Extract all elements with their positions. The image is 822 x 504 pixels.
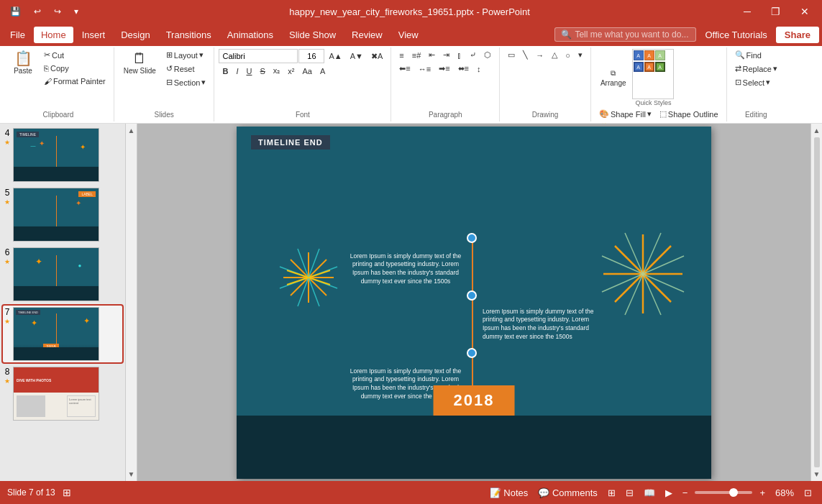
copy-button[interactable]: ⎘ Copy [40, 63, 109, 74]
menu-file[interactable]: File [3, 27, 32, 43]
notes-button[interactable]: 📝 Notes [487, 486, 531, 500]
slide-view-icon[interactable]: ⊞ [63, 487, 71, 498]
shape-outline-button[interactable]: ⬚ Shape Outline [656, 108, 722, 120]
reading-view-button[interactable]: 📖 [641, 486, 658, 500]
font-size-input[interactable] [298, 49, 324, 63]
justify-button[interactable]: ⬌≡ [455, 63, 472, 75]
line-spacing-button[interactable]: ↕ [473, 63, 485, 75]
zoom-slider[interactable] [695, 491, 752, 494]
bold-button[interactable]: B [219, 65, 232, 77]
quick-styles-label[interactable]: Quick Styles [632, 99, 675, 106]
reset-button[interactable]: ↺ Reset [163, 63, 210, 75]
qs-item[interactable]: A [634, 62, 644, 72]
underline-button[interactable]: U [243, 65, 256, 77]
search-bar[interactable]: 🔍 [554, 27, 696, 42]
close-button[interactable]: ✕ [793, 4, 816, 19]
font-name-input[interactable] [219, 49, 298, 63]
scroll-down[interactable]: ▼ [811, 469, 822, 480]
qs-item[interactable]: A [655, 50, 665, 60]
find-button[interactable]: 🔍 Find [731, 49, 765, 61]
minimize-button[interactable]: ─ [736, 4, 758, 19]
decrease-indent-button[interactable]: ⇤ [425, 49, 439, 61]
right-scrollbar[interactable]: ▲ ▼ [810, 124, 822, 481]
layout-button[interactable]: ⊞ Layout ▾ [163, 49, 210, 61]
slide-thumb-4[interactable]: 4 ★ TIMELINE ✦ — ✦ [3, 127, 122, 183]
qs-item[interactable]: A [644, 62, 654, 72]
format-painter-button[interactable]: 🖌 Format Painter [40, 75, 109, 87]
normal-view-button[interactable]: ⊞ [605, 486, 618, 500]
slide-panel[interactable]: 4 ★ TIMELINE ✦ — ✦ 5 ★ [0, 124, 126, 481]
right-controls: 📝 Notes 💬 Comments ⊞ ⊟ 📖 ▶ − + 68% ⊡ [487, 486, 815, 500]
decrease-font-button[interactable]: A▼ [347, 50, 367, 62]
scroll-down-left[interactable]: ▼ [126, 469, 137, 480]
fit-window-button[interactable]: ⊡ [801, 486, 815, 500]
office-tutorials-button[interactable]: Office Tutorials [698, 27, 774, 43]
menu-insert[interactable]: Insert [75, 27, 113, 43]
qs-item[interactable]: A [655, 62, 665, 72]
bullets-button[interactable]: ≡ [396, 50, 407, 61]
slide-canvas[interactable]: TIMELINE END Lorem Ipsum is simply dummy… [237, 127, 711, 479]
customize-icon[interactable]: ▾ [70, 5, 83, 18]
slide-sorter-button[interactable]: ⊟ [623, 486, 636, 500]
section-button[interactable]: ⊟ Section ▾ [163, 76, 210, 88]
select-button[interactable]: ⊡ Select ▾ [731, 76, 775, 88]
new-slide-button[interactable]: 🗒 New Slide [119, 49, 161, 77]
columns-button[interactable]: ⫿ [454, 50, 465, 61]
menu-home[interactable]: Home [34, 27, 73, 43]
restore-button[interactable]: ❐ [764, 4, 787, 19]
superscript-button[interactable]: x² [284, 65, 298, 77]
zoom-out-button[interactable]: − [680, 486, 691, 500]
slide-thumb-8[interactable]: 8 ★ DIVE WITH PHOTOS Lorem ipsum text co… [3, 365, 122, 422]
text-direction-button[interactable]: ⤶ [466, 49, 480, 61]
search-input[interactable] [575, 29, 690, 40]
menu-review[interactable]: Review [344, 27, 390, 43]
shape-more[interactable]: ▾ [575, 49, 586, 61]
increase-indent-button[interactable]: ⇥ [439, 49, 453, 61]
shape-rect[interactable]: ▭ [504, 49, 519, 61]
slide-thumb-5[interactable]: 5 ★ LABEL ✦ [3, 186, 122, 243]
qs-item[interactable]: A [644, 50, 654, 60]
slide-thumb-6[interactable]: 6 ★ ✦ ● [3, 246, 122, 303]
italic-button[interactable]: I [232, 65, 242, 77]
shape-arrow[interactable]: → [532, 50, 547, 61]
convert-smartart-button[interactable]: ⬡ [480, 49, 495, 61]
shape-fill-button[interactable]: 🎨 Shape Fill ▾ [595, 108, 655, 120]
cut-button[interactable]: ✂ Cut [40, 49, 109, 61]
zoom-level[interactable]: 68% [772, 486, 797, 500]
menu-transitions[interactable]: Transitions [159, 27, 219, 43]
redo-icon[interactable]: ↪ [50, 5, 65, 18]
change-case-button[interactable]: Aa [298, 65, 315, 77]
align-left-button[interactable]: ⬅≡ [396, 63, 414, 75]
comments-button[interactable]: 💬 Comments [535, 486, 600, 500]
shapes-row1: ▭ ╲ → △ ○ ▾ [504, 49, 586, 61]
increase-font-button[interactable]: A▲ [325, 50, 345, 62]
slide-thumb-7[interactable]: 7 ★ TIMELINE END 2018 ✦ ✦ [3, 306, 122, 362]
menu-view[interactable]: View [391, 27, 426, 43]
menu-animations[interactable]: Animations [220, 27, 280, 43]
arrange-button[interactable]: ⧉ Arrange [595, 67, 631, 89]
clear-format-button[interactable]: ✖A [367, 50, 386, 63]
qs-item[interactable]: A [634, 50, 644, 60]
strikethrough-button[interactable]: S [256, 65, 268, 77]
align-right-button[interactable]: ➡≡ [435, 63, 453, 75]
scroll-up-left[interactable]: ▲ [126, 125, 137, 136]
save-icon[interactable]: 💾 [6, 5, 25, 18]
font-color-button[interactable]: A [316, 65, 330, 77]
menu-slideshow[interactable]: Slide Show [282, 27, 343, 43]
shape-circle[interactable]: ○ [562, 50, 574, 61]
shape-line[interactable]: ╲ [519, 49, 531, 61]
slideshow-button[interactable]: ▶ [662, 486, 675, 500]
undo-icon[interactable]: ↩ [29, 5, 45, 18]
share-button[interactable]: Share [776, 27, 819, 43]
zoom-in-button[interactable]: + [757, 486, 768, 500]
slide-num-5: 5 ★ [4, 188, 10, 206]
align-center-button[interactable]: ↔≡ [415, 63, 434, 75]
replace-button[interactable]: ⇄ Replace ▾ [731, 63, 781, 75]
menu-design[interactable]: Design [114, 27, 157, 43]
scroll-up[interactable]: ▲ [811, 125, 822, 136]
numbering-button[interactable]: ≡# [408, 50, 425, 61]
paste-button[interactable]: 📋 Paste [7, 49, 39, 77]
subscript-button[interactable]: x₂ [270, 65, 284, 77]
scroll-thumb[interactable] [814, 137, 820, 467]
shape-tri[interactable]: △ [548, 49, 561, 61]
